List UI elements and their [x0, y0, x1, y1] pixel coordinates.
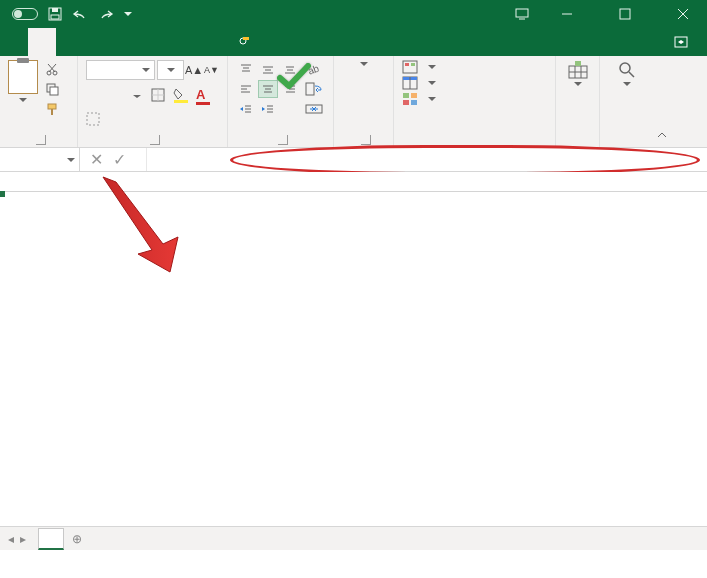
svg-rect-18: [48, 104, 56, 109]
group-alignment: ab: [228, 56, 334, 147]
more-borders-icon[interactable]: [86, 112, 100, 129]
fill-color-button[interactable]: [172, 87, 190, 106]
cells-button[interactable]: [567, 60, 589, 86]
collapse-ribbon-icon[interactable]: [657, 129, 667, 143]
group-number: [334, 56, 394, 147]
svg-rect-54: [405, 63, 409, 66]
svg-rect-53: [403, 61, 417, 73]
align-left-button[interactable]: [236, 80, 256, 98]
cancel-icon[interactable]: ✕: [90, 150, 103, 169]
tab-home[interactable]: [28, 28, 56, 56]
tab-scroll-right-icon[interactable]: ▸: [20, 532, 26, 546]
svg-rect-67: [575, 61, 581, 66]
bold-button[interactable]: [86, 89, 102, 105]
ribbon: A▲ A▼ A: [0, 56, 707, 148]
enter-icon[interactable]: ✓: [113, 150, 126, 169]
close-button[interactable]: [663, 0, 703, 28]
minimize-button[interactable]: [547, 0, 587, 28]
group-styles: [394, 56, 556, 147]
italic-button[interactable]: [107, 89, 123, 105]
group-editing: [600, 56, 654, 147]
format-painter-button[interactable]: [42, 100, 62, 118]
clipboard-launcher[interactable]: [36, 135, 46, 145]
tab-tellme[interactable]: [224, 28, 268, 56]
share-button[interactable]: [660, 28, 707, 56]
group-cells: [556, 56, 600, 147]
maximize-button[interactable]: [605, 0, 645, 28]
conditional-formatting-icon: [402, 60, 418, 74]
cut-button[interactable]: [42, 60, 62, 78]
tab-file[interactable]: [0, 28, 28, 56]
decrease-font-icon[interactable]: A▼: [204, 62, 219, 78]
formula-input[interactable]: [147, 148, 707, 171]
worksheet-grid[interactable]: [0, 172, 707, 526]
number-launcher[interactable]: [361, 135, 371, 145]
tab-data[interactable]: [140, 28, 168, 56]
conditional-formatting-button[interactable]: [402, 60, 436, 74]
font-size-combo[interactable]: [157, 60, 184, 80]
undo-icon[interactable]: [72, 8, 88, 20]
formula-bar: ✕ ✓: [0, 148, 707, 172]
svg-rect-10: [243, 37, 249, 40]
tab-pagelayout[interactable]: [84, 28, 112, 56]
svg-rect-55: [411, 63, 415, 66]
font-launcher[interactable]: [150, 135, 160, 145]
copy-button[interactable]: [42, 80, 62, 98]
cell-styles-icon: [402, 92, 418, 106]
sheet-tab-strip: ◂ ▸ ⊕: [0, 526, 707, 550]
merge-button[interactable]: [304, 100, 324, 118]
align-right-button[interactable]: [280, 80, 300, 98]
svg-rect-59: [403, 93, 409, 98]
orientation-button[interactable]: ab: [304, 60, 324, 78]
redo-icon[interactable]: [98, 8, 114, 20]
svg-rect-24: [196, 102, 210, 105]
svg-text:ab: ab: [306, 62, 321, 76]
editing-button[interactable]: [617, 60, 637, 86]
table-icon: [402, 76, 418, 90]
cell-styles-button[interactable]: [402, 92, 436, 106]
paste-icon: [8, 60, 38, 94]
align-top-button[interactable]: [236, 60, 256, 78]
increase-indent-button[interactable]: [258, 100, 278, 118]
align-bottom-button[interactable]: [280, 60, 300, 78]
font-color-button[interactable]: A: [196, 87, 210, 106]
save-icon[interactable]: [48, 7, 62, 21]
svg-rect-2: [51, 15, 59, 19]
title-bar: [0, 0, 707, 28]
tab-formulas[interactable]: [112, 28, 140, 56]
decrease-indent-button[interactable]: [236, 100, 256, 118]
svg-point-68: [620, 63, 630, 73]
tab-scroll-left-icon[interactable]: ◂: [8, 532, 14, 546]
svg-rect-19: [51, 109, 53, 115]
underline-button[interactable]: [128, 89, 144, 105]
autosave-toggle[interactable]: [8, 8, 38, 20]
alignment-launcher[interactable]: [278, 135, 288, 145]
qat-dropdown-icon[interactable]: [124, 12, 132, 16]
align-middle-button[interactable]: [258, 60, 278, 78]
ribbon-tabs: [0, 28, 707, 56]
borders-button[interactable]: [150, 87, 166, 106]
svg-rect-60: [411, 93, 417, 98]
paste-button[interactable]: [8, 60, 38, 102]
font-name-combo[interactable]: [86, 60, 155, 80]
tab-view[interactable]: [196, 28, 224, 56]
svg-rect-6: [620, 9, 630, 19]
svg-rect-25: [87, 113, 99, 125]
increase-font-icon[interactable]: A▲: [186, 62, 202, 78]
tab-insert[interactable]: [56, 28, 84, 56]
svg-line-69: [629, 72, 634, 77]
sheet-tab[interactable]: [38, 528, 64, 550]
name-box[interactable]: [0, 148, 80, 171]
group-font: A▲ A▼ A: [78, 56, 228, 147]
wrap-text-button[interactable]: [304, 80, 324, 98]
align-center-button[interactable]: [258, 80, 278, 98]
svg-rect-61: [403, 100, 409, 105]
ribbon-display-options-icon[interactable]: [515, 8, 529, 20]
svg-rect-51: [306, 83, 314, 95]
add-sheet-button[interactable]: ⊕: [72, 532, 82, 546]
format-as-table-button[interactable]: [402, 76, 436, 90]
share-icon: [674, 35, 688, 49]
group-clipboard: [0, 56, 78, 147]
cells-icon: [567, 60, 589, 80]
tab-review[interactable]: [168, 28, 196, 56]
